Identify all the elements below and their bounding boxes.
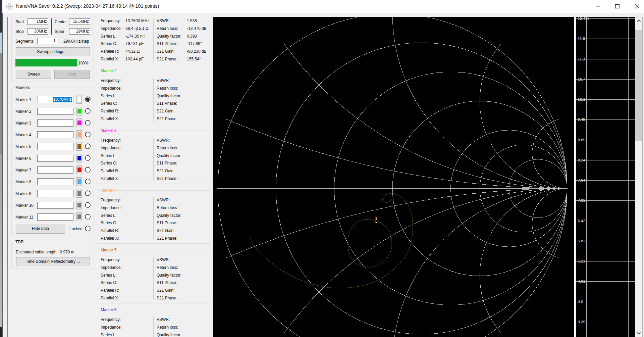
svg-text:7.64: 7.64 [578, 178, 585, 182]
svg-text:7.03: 7.03 [578, 198, 585, 202]
svg-text:4.0: 4.0 [578, 300, 583, 304]
svg-text:6.42: 6.42 [578, 219, 585, 223]
svg-text:5.21: 5.21 [578, 259, 585, 263]
svg-text:3.39: 3.39 [578, 320, 585, 324]
svg-text:11.3: 11.3 [578, 57, 585, 61]
svg-text:10.7: 10.7 [578, 77, 585, 81]
svg-text:11.9: 11.9 [578, 37, 585, 41]
svg-text:8.24: 8.24 [578, 158, 585, 162]
svg-text:9.45: 9.45 [578, 117, 585, 122]
svg-text:5.82: 5.82 [578, 239, 585, 243]
svg-text:12.485: 12.485 [578, 17, 589, 20]
svg-text:8.85: 8.85 [578, 138, 585, 142]
svg-text:1: 1 [375, 216, 377, 221]
svg-text:10.1: 10.1 [578, 97, 585, 101]
svg-text:4.61: 4.61 [578, 279, 585, 283]
